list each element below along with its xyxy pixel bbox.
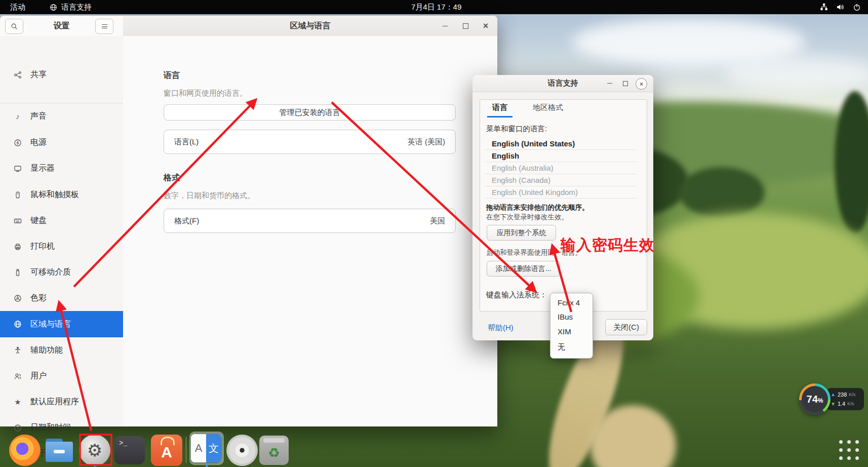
maximize-button[interactable]: [461, 21, 470, 30]
dock-language-support-icon[interactable]: A 文: [191, 434, 221, 462]
settings-window-title: 区域与语言: [290, 21, 331, 31]
app-menu-label: 语言支持: [61, 3, 92, 12]
tall-tree: [835, 91, 868, 233]
language-row-label: 语言(L): [174, 137, 199, 147]
display-icon: [13, 164, 22, 173]
sidebar-item-power[interactable]: 电源: [0, 130, 123, 155]
manage-installed-languages-button[interactable]: 管理已安装的语言: [164, 104, 456, 121]
dialog-maximize-button[interactable]: [620, 78, 630, 89]
ime-system-label: 键盘输入法系统：: [486, 290, 547, 300]
dock-ubuntu-software-icon[interactable]: A: [151, 435, 182, 466]
sidebar-item-sound[interactable]: ♪ 声音: [0, 103, 123, 129]
language-list-item[interactable]: English (United States): [485, 138, 637, 150]
cloud: [724, 56, 868, 91]
app-menu[interactable]: 语言支持: [50, 3, 92, 12]
sound-icon: ♪: [13, 112, 22, 121]
sidebar-item-mouse[interactable]: 鼠标和触摸板: [0, 182, 123, 208]
upload-speed: 238: [838, 392, 847, 398]
system-status-area[interactable]: [820, 3, 861, 11]
power-icon: [13, 138, 22, 147]
close-button[interactable]: ×: [481, 21, 490, 30]
dock-separator: [186, 437, 186, 463]
gear-icon: ⚙: [87, 440, 102, 460]
dock-settings-icon[interactable]: ⚙: [79, 435, 110, 466]
format-row[interactable]: 格式(F) 美国: [164, 209, 456, 233]
download-speed: 1.4: [838, 401, 845, 407]
lang-icon-wen: 文: [206, 434, 221, 462]
sidebar-item-printers[interactable]: 打印机: [0, 234, 123, 259]
globe-icon: [50, 4, 57, 11]
sidebar-item-sharing[interactable]: 共享: [0, 62, 123, 88]
activities-button[interactable]: 活动: [10, 3, 25, 12]
trash-lid: [263, 438, 285, 443]
dialog-close-icon[interactable]: ×: [636, 78, 647, 90]
share-icon: [13, 70, 22, 80]
add-remove-languages-button[interactable]: 添加或删除语言...: [487, 261, 560, 277]
dock-disc-burner-icon[interactable]: [226, 435, 258, 466]
globe-icon: [13, 320, 22, 329]
language-row[interactable]: 语言(L) 英语 (美国): [164, 130, 456, 154]
ime-dropdown: Fcitx 4 IBus XIM 无: [550, 293, 593, 359]
dock-files-icon[interactable]: [44, 435, 75, 466]
sidebar-item-keyboard[interactable]: 键盘: [0, 208, 123, 234]
software-letter: A: [161, 444, 172, 461]
sidebar-item-displays[interactable]: 显示器: [0, 155, 123, 181]
drag-hint: 拖动语言来安排他们的优先顺序。: [486, 203, 589, 212]
running-indicator: [94, 464, 96, 467]
annotation-password-note: 输入密码生效: [561, 235, 655, 256]
apply-system-wide-button[interactable]: 应用到整个系统: [487, 225, 556, 241]
clock[interactable]: 7月4日 17：49: [411, 3, 461, 12]
trees: [679, 167, 765, 218]
keyboard-icon: [13, 216, 22, 225]
sidebar-item-region-language[interactable]: 区域与语言: [0, 311, 123, 337]
sidebar-item-color[interactable]: 色彩: [0, 285, 123, 311]
cpu-monitor-widget[interactable]: 74%: [799, 383, 831, 415]
language-list-item[interactable]: English (United Kingdom): [485, 186, 637, 199]
settings-sidebar: 设置 共享 ♪ 声音 电源 显示器 鼠标和触摸板 键盘: [0, 36, 124, 426]
settings-window: 区域与语言 × 设置 共享 ♪ 声音: [0, 16, 497, 426]
dialog-minimize-button[interactable]: [604, 78, 615, 89]
top-bar: 活动 语言支持 7月4日 17：49: [0, 0, 868, 14]
sidebar-item-removable-media[interactable]: 可移动介质: [0, 259, 123, 285]
sidebar-item-users[interactable]: 用户: [0, 363, 123, 389]
language-list-item[interactable]: English (Australia): [485, 162, 637, 174]
language-list-item[interactable]: English (Canada): [485, 174, 637, 186]
sidebar-item-accessibility[interactable]: 辅助功能: [0, 337, 123, 363]
language-section-description: 窗口和网页使用的语言。: [164, 89, 247, 98]
users-icon: [13, 372, 22, 381]
format-row-value: 美国: [430, 216, 445, 226]
dialog-notebook: 语言 地区格式 菜单和窗口的语言: English (United States…: [480, 99, 647, 312]
printer-icon: [13, 242, 22, 251]
removable-media-icon: [13, 268, 22, 277]
ime-option-ibus[interactable]: IBus: [550, 309, 593, 324]
show-applications-button[interactable]: [837, 438, 861, 462]
login-hint: 在您下次登录时修改生效。: [486, 213, 568, 222]
dock-trash-icon[interactable]: ♻: [259, 436, 289, 465]
primary-menu-button[interactable]: [95, 19, 113, 34]
dock-terminal-icon[interactable]: >_: [114, 436, 145, 464]
recycle-icon: ♻: [268, 445, 280, 461]
window-controls: ×: [441, 16, 490, 36]
accessibility-icon: [13, 346, 22, 355]
upload-arrow-icon: ▲: [831, 392, 836, 397]
help-button[interactable]: 帮助(H): [488, 323, 514, 333]
lang-icon-a: A: [191, 434, 206, 462]
dialog-close-button[interactable]: 关闭(C): [605, 319, 647, 335]
tab-language[interactable]: 语言: [487, 99, 512, 118]
ime-option-fcitx4[interactable]: Fcitx 4: [550, 295, 593, 309]
ime-option-xim[interactable]: XIM: [550, 324, 593, 338]
tab-regional-formats[interactable]: 地区格式: [528, 99, 568, 116]
language-list-item[interactable]: English: [485, 150, 637, 162]
ime-option-none[interactable]: 无: [550, 340, 593, 354]
star-icon: ★: [13, 398, 22, 407]
terminal-prompt: >_: [119, 439, 128, 447]
hamburger-icon: [102, 24, 107, 25]
network-icon: [820, 3, 828, 11]
sidebar-item-default-apps[interactable]: ★ 默认应用程序: [0, 389, 123, 415]
dock-firefox-icon[interactable]: [9, 435, 41, 466]
minimize-button[interactable]: [441, 21, 450, 30]
desktop: { "topbar": { "activities": "活动", "app_m…: [0, 0, 868, 467]
download-arrow-icon: ▼: [831, 401, 836, 407]
format-section-description: 数字，日期和货币的格式。: [164, 191, 255, 201]
volume-icon: [836, 3, 845, 11]
